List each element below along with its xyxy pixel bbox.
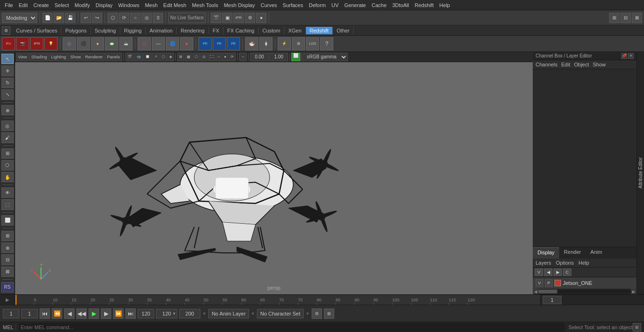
shelf-icon-box[interactable]: ⬛ xyxy=(77,37,90,50)
menu-uv[interactable]: UV xyxy=(329,1,341,9)
menu-3dtol[interactable]: 3DtoAll xyxy=(389,1,412,9)
shelf-icon-ipr2[interactable]: IPR xyxy=(30,37,43,50)
max-frame-dropdown[interactable]: ▼ xyxy=(202,311,206,316)
cb-close-btn[interactable]: ✕ xyxy=(628,53,634,59)
shelf-icon-bowl[interactable]: 🍜 xyxy=(245,37,258,50)
shelf-icon-tex[interactable]: ⚡ xyxy=(278,37,291,50)
menu-curves[interactable]: Curves xyxy=(258,1,280,9)
char-set-dropdown[interactable]: ▼ xyxy=(305,311,310,316)
shelf-icon-terrain[interactable]: ⛰ xyxy=(119,37,132,50)
cb-pin-btn[interactable]: 📌 xyxy=(621,53,627,59)
region-select[interactable]: ⬜ xyxy=(1,215,14,226)
layer-color-swatch[interactable] xyxy=(554,280,561,286)
shelf-icon-pr2[interactable]: PR xyxy=(213,37,226,50)
goto-end-btn[interactable]: ⏭ xyxy=(125,308,136,319)
menu-create[interactable]: Create xyxy=(31,1,52,9)
tab-custom[interactable]: Custom xyxy=(259,27,285,34)
layer-scroll-left[interactable]: ◀ xyxy=(533,289,538,294)
vp-icon2[interactable]: ▦ xyxy=(185,53,192,61)
colorspace-select[interactable]: sRGB gamma xyxy=(301,53,348,61)
ui-toggle2[interactable]: ⊟ xyxy=(620,13,631,23)
range-start-input[interactable] xyxy=(3,309,19,318)
undo-btn[interactable]: ↩ xyxy=(81,13,91,23)
show-last-hidden[interactable]: 👁 xyxy=(1,187,14,198)
layer-next-vis[interactable]: ▶ xyxy=(553,268,562,276)
shelf-icon-vol[interactable]: ⧫ xyxy=(259,37,272,50)
shelf-icon-cam[interactable]: 📷 xyxy=(16,37,29,50)
cam-toggle3[interactable]: 🔲 xyxy=(143,53,152,61)
layer-scroll-right[interactable]: ▶ xyxy=(631,289,636,294)
save-scene-btn[interactable]: 💾 xyxy=(65,13,75,23)
circle-btn[interactable]: ● xyxy=(256,13,266,23)
shelf-icon-rv[interactable]: RV xyxy=(2,37,15,50)
menu-generate[interactable]: Generate xyxy=(341,1,369,9)
render-btn[interactable]: ▣ xyxy=(222,13,232,23)
next-frame-btn[interactable]: ▶ xyxy=(101,308,111,319)
range-start-input2[interactable] xyxy=(21,309,38,318)
menu-select[interactable]: Select xyxy=(52,1,72,9)
redo-btn[interactable]: ↪ xyxy=(92,13,102,23)
menu-mesh-tools[interactable]: Mesh Tools xyxy=(189,1,221,9)
shelf-icon-pr1[interactable]: PR xyxy=(198,37,212,50)
tab-sculpting[interactable]: Sculpting xyxy=(91,27,120,34)
redshift-btn[interactable]: RS xyxy=(1,282,14,292)
menu-edit-mesh[interactable]: Edit Mesh xyxy=(160,1,189,9)
new-scene-btn[interactable]: 📄 xyxy=(42,13,53,23)
vp-icon7[interactable]: ● xyxy=(222,53,228,61)
select-tool[interactable]: ↖ xyxy=(1,54,14,64)
select-tool-btn[interactable]: ⬡ xyxy=(107,13,118,23)
tab-fx-caching[interactable]: FX Caching xyxy=(223,27,258,34)
menu-edit[interactable]: Edit xyxy=(16,1,31,9)
shelf-icon-sphere[interactable]: ● xyxy=(91,37,104,50)
layer-scroll-thumb[interactable] xyxy=(538,290,557,293)
soft-select2[interactable]: ◎ xyxy=(1,121,14,131)
menu-help[interactable]: Help xyxy=(437,1,453,9)
vp-shading-menu[interactable]: Shading xyxy=(29,53,49,61)
paint-btn[interactable]: ○ xyxy=(130,13,140,23)
shelf-icon-diamond[interactable]: ◇ xyxy=(63,37,76,50)
play-backward-btn[interactable]: ◀◀ xyxy=(76,308,87,319)
cam-toggle2[interactable]: 📹 xyxy=(134,53,143,61)
paint-select[interactable]: 🖌 xyxy=(1,132,14,143)
soft-select-btn[interactable]: ◎ xyxy=(141,13,152,23)
layer-menu-options[interactable]: Options xyxy=(555,259,575,266)
layer-prev-vis[interactable]: ◀ xyxy=(544,268,553,276)
preferences-btn[interactable]: ⚙ xyxy=(312,308,322,319)
lasso-btn[interactable]: ⟳ xyxy=(119,13,129,23)
play-forward-btn[interactable]: ▶ xyxy=(89,308,99,319)
tab-rigging[interactable]: Rigging xyxy=(120,27,146,34)
shelf-icon-help[interactable]: ? xyxy=(320,37,333,50)
max-frame-input[interactable] xyxy=(179,309,200,318)
tab-xgen[interactable]: XGen xyxy=(284,27,305,34)
anim-settings-btn[interactable]: ⊞ xyxy=(324,308,334,319)
step-back-btn[interactable]: ⏪ xyxy=(52,308,62,319)
cb-tab-object[interactable]: Object xyxy=(574,62,589,67)
vp-icon3[interactable]: ⬡ xyxy=(193,53,200,61)
timeline-ruler[interactable]: 5 10 15 20 25 30 35 40 45 50 5 xyxy=(15,295,540,305)
shelf-icon-pr3[interactable]: PR xyxy=(227,37,240,50)
sculpt-btn[interactable]: ⧖ xyxy=(153,13,163,23)
anim-layer-dropdown[interactable]: ▼ xyxy=(251,311,255,316)
ipr-btn[interactable]: IPR xyxy=(233,13,244,23)
vp-icon4[interactable]: ◎ xyxy=(200,53,207,61)
vp-icon1[interactable]: ⊞ xyxy=(177,53,184,61)
tab-redshift[interactable]: Redshift xyxy=(306,27,333,34)
playback-current-frame[interactable] xyxy=(543,296,561,304)
component-editor[interactable]: ⊠ xyxy=(1,267,14,277)
no-anim-layer-label[interactable]: No Anim Layer xyxy=(208,309,249,318)
scale-tool[interactable]: ⤡ xyxy=(1,89,14,100)
step-forward-btn[interactable]: ⏩ xyxy=(113,308,124,319)
menu-surfaces[interactable]: Surfaces xyxy=(280,1,306,9)
transform-scale-input[interactable] xyxy=(269,53,288,61)
shelf-icon-red-sphere[interactable]: ● xyxy=(180,37,193,50)
menu-redshift[interactable]: Redshift xyxy=(412,1,436,9)
layer-visibility-btn[interactable]: V xyxy=(536,279,543,287)
vp-icon9[interactable]: ↔ xyxy=(239,53,247,61)
tab-animation[interactable]: Animation xyxy=(146,27,177,34)
shelf-icon-node[interactable]: ⊞ xyxy=(292,37,305,50)
vp-show-menu[interactable]: Show xyxy=(68,53,83,61)
universal-manip[interactable]: ⊕ xyxy=(1,105,14,115)
viewport-canvas[interactable]: ✈ Z X Y persp xyxy=(15,62,533,294)
layer-current[interactable]: C xyxy=(563,268,571,276)
layer-tab-display[interactable]: Display xyxy=(533,247,559,259)
